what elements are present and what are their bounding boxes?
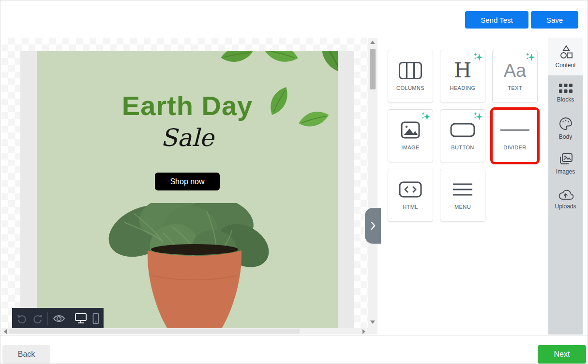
divider-icon (493, 118, 537, 142)
sidebar-item-label: Uploads (555, 203, 576, 210)
button-icon (440, 118, 485, 142)
horizontal-scrollbar[interactable] (1, 328, 368, 335)
tile-text[interactable]: Aa TEXT (492, 50, 538, 103)
email-builder-app: Send Test Save Earth Day Sale Shop now (0, 0, 588, 364)
hero-heading[interactable]: Earth Day (37, 90, 338, 121)
text-icon: Aa (504, 61, 526, 80)
tile-button[interactable]: BUTTON (440, 109, 485, 162)
html-icon (388, 178, 433, 201)
tile-heading[interactable]: H HEADING (440, 50, 485, 103)
sidebar-item-images[interactable]: Images (548, 146, 583, 181)
sidebar-item-body[interactable]: Body (548, 111, 583, 146)
tile-menu[interactable]: MENU (440, 169, 485, 222)
menu-icon (440, 178, 485, 201)
tile-html[interactable]: HTML (388, 169, 433, 222)
sidebar-item-label: Blocks (557, 96, 574, 103)
editor-region: Earth Day Sale Shop now (0, 38, 588, 335)
tile-label: COLUMNS (388, 85, 433, 91)
image-icon (388, 118, 433, 142)
content-blocks-panel: COLUMNS H HEADING Aa TEXT (377, 38, 548, 335)
email-canvas[interactable]: Earth Day Sale Shop now (1, 38, 368, 335)
sidebar-item-label: Content (555, 62, 575, 69)
vertical-scrollbar-thumb[interactable] (370, 49, 376, 89)
right-sidebar: Content Blocks Body Images Uploads (548, 38, 583, 335)
horizontal-scrollbar-thumb[interactable] (9, 329, 300, 334)
sidebar-item-blocks[interactable]: Blocks (548, 75, 583, 111)
toolbar-divider (70, 312, 70, 325)
sidebar-item-content[interactable]: Content (548, 38, 583, 75)
scroll-up-arrow-icon[interactable] (370, 41, 375, 44)
tile-label: MENU (440, 204, 485, 210)
back-button[interactable]: Back (2, 345, 50, 364)
tile-label: TEXT (493, 85, 537, 91)
panel-collapse-toggle[interactable] (365, 208, 381, 244)
tile-label: HTML (388, 204, 433, 210)
toolbar-divider (47, 312, 48, 325)
canvas-toolbar (12, 308, 104, 329)
tile-label: DIVIDER (493, 145, 537, 150)
next-button[interactable]: Next (538, 345, 586, 364)
columns-icon (388, 59, 433, 82)
leaf-decoration (264, 51, 300, 74)
sidebar-item-label: Body (559, 133, 572, 140)
footer: Back Next (0, 335, 588, 364)
email-hero-block[interactable]: Earth Day Sale Shop now (37, 51, 338, 328)
vertical-scrollbar[interactable] (368, 38, 377, 335)
tile-label: HEADING (440, 85, 485, 91)
leaf-decoration (221, 51, 257, 74)
shapes-icon (558, 45, 573, 59)
tile-divider[interactable]: DIVIDER (492, 109, 538, 162)
plant-image[interactable] (105, 203, 270, 328)
tile-grid: COLUMNS H HEADING Aa TEXT (388, 50, 538, 222)
images-icon (558, 152, 573, 166)
sidebar-item-uploads[interactable]: Uploads (548, 181, 583, 217)
blocks-grid-icon (558, 83, 573, 94)
mobile-view-icon[interactable] (91, 313, 100, 324)
sidebar-item-label: Images (556, 168, 575, 175)
cloud-upload-icon (558, 188, 573, 201)
header: Send Test Save (0, 0, 588, 37)
hero-subheading[interactable]: Sale (37, 124, 338, 152)
preview-eye-icon[interactable] (52, 313, 66, 324)
scroll-right-arrow-icon[interactable] (362, 329, 365, 334)
tile-label: IMAGE (388, 145, 433, 150)
palette-icon (558, 116, 573, 131)
shop-now-button[interactable]: Shop now (155, 173, 220, 190)
desktop-view-icon[interactable] (74, 313, 88, 324)
redo-icon[interactable] (31, 313, 44, 324)
heading-icon: H (454, 60, 472, 81)
tile-image[interactable]: IMAGE (388, 109, 433, 162)
save-button[interactable]: Save (531, 11, 578, 29)
tile-columns[interactable]: COLUMNS (388, 50, 433, 103)
chevron-right-icon (370, 221, 376, 230)
email-preview[interactable]: Earth Day Sale Shop now (20, 51, 354, 328)
scroll-left-arrow-icon[interactable] (4, 329, 7, 334)
scroll-down-arrow-icon[interactable] (370, 320, 375, 324)
tile-label: BUTTON (440, 145, 485, 150)
send-test-button[interactable]: Send Test (465, 11, 528, 29)
undo-icon[interactable] (15, 313, 28, 324)
leaf-decoration (313, 51, 338, 78)
